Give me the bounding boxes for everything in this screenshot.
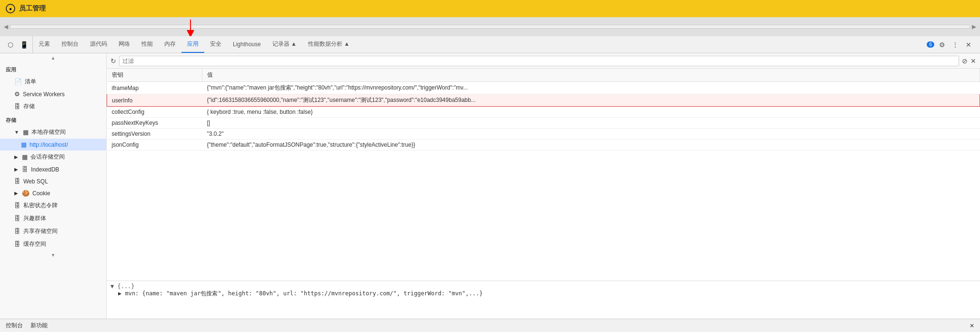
table-row[interactable]: iframeMap{"mvn":{"name":"maven jar包搜索","…	[107, 82, 980, 94]
col-header-value: 值	[202, 69, 980, 82]
table-cell-key: jsonConfig	[107, 140, 202, 151]
tab-elements[interactable]: 元素	[33, 36, 56, 53]
tab-icon-group: ⬡ 📱	[2, 36, 33, 53]
expand-local-storage-icon: ▼	[14, 130, 19, 135]
table-row[interactable]: passNextKeyKeys[]	[107, 118, 980, 129]
table-cell-value: { keybord :true, menu :false, button :fa…	[202, 107, 980, 118]
console-toggle[interactable]: 控制台	[6, 322, 23, 330]
tab-application[interactable]: 应用	[181, 36, 204, 53]
sidebar-item-manifest[interactable]: 📄 清单	[0, 75, 106, 88]
sidebar-storage-section: 存储	[0, 113, 106, 126]
table-cell-key: passNextKeyKeys	[107, 118, 202, 129]
table-cell-value: "3.0.2"	[202, 129, 980, 140]
tab-security[interactable]: 安全	[204, 36, 227, 53]
localhost-icon: ▦	[21, 141, 27, 148]
expand-cookie-icon: ▶	[14, 191, 18, 196]
manifest-icon: 📄	[14, 78, 22, 85]
filter-bar: ↻ ⊘ ✕	[107, 53, 980, 69]
table-row[interactable]: settingsVersion"3.0.2"	[107, 129, 980, 140]
device-icon[interactable]: 📱	[18, 39, 30, 50]
sidebar-item-indexeddb[interactable]: ▶ 🗄 IndexedDB	[0, 163, 106, 175]
more-button[interactable]: ⋮	[950, 39, 961, 50]
bottom-bar: 控制台 新功能 ✕	[0, 319, 980, 332]
refresh-button[interactable]: ↻	[110, 57, 116, 65]
table-cell-value: []	[202, 118, 980, 129]
expand-indexeddb-icon: ▶	[14, 167, 18, 172]
storage-app-icon: 🗄	[14, 103, 20, 110]
indexeddb-icon: 🗄	[22, 166, 28, 173]
table-row[interactable]: jsonConfig{"theme":"default","autoFormat…	[107, 140, 980, 151]
tab-console[interactable]: 控制台	[56, 36, 84, 53]
table-cell-key: userInfo	[107, 94, 202, 107]
col-header-key: 密钥	[107, 69, 202, 82]
main-layout: ▲ 应用 📄 清单 ⚙ Service Workers 🗄 存储 存储 ▼ ▦ …	[0, 53, 980, 319]
detail-panel: ▼ {...} ▶ mvn: {name: "maven jar包搜索", he…	[107, 281, 980, 319]
sidebar-scroll-up[interactable]: ▲	[48, 54, 59, 61]
scroll-right[interactable]: ▶	[972, 23, 976, 30]
sidebar-item-localhost[interactable]: ▦ http://localhost/	[0, 139, 106, 151]
tabs-list: 元素 控制台 源代码 网络 性能 内存 应用 安全 Lighthouse 记录器…	[33, 36, 923, 53]
tab-perf-data[interactable]: 性能数据分析 ▲	[302, 36, 355, 53]
tab-sources[interactable]: 源代码	[84, 36, 113, 53]
arrow-area: ◀ ▶	[0, 17, 980, 36]
close-devtools-button[interactable]: ✕	[963, 39, 974, 50]
filter-input[interactable]	[119, 56, 959, 66]
app-header: ● 员工管理	[0, 0, 980, 17]
close-bottom-bar[interactable]: ✕	[970, 322, 974, 329]
tab-recorder[interactable]: 记录器 ▲	[267, 36, 302, 53]
sidebar-item-session-storage[interactable]: ▶ ▦ 会话存储空间	[0, 151, 106, 163]
sidebar-item-private-token[interactable]: 🗄 私密状态令牌	[0, 199, 106, 212]
inspect-icon[interactable]: ⬡	[5, 39, 16, 50]
settings-button[interactable]: ⚙	[936, 39, 948, 50]
table-cell-key: collectConfig	[107, 107, 202, 118]
sidebar-item-shared-storage[interactable]: 🗄 共享存储空间	[0, 225, 106, 238]
interest-group-icon: 🗄	[14, 215, 20, 222]
sidebar-item-interest-group[interactable]: 🗄 兴趣群体	[0, 212, 106, 225]
sidebar-item-local-storage[interactable]: ▼ ▦ 本地存储空间	[0, 126, 106, 139]
expand-session-icon: ▶	[14, 154, 18, 160]
table-row[interactable]: userInfo{"id":1663158036655960000,"name"…	[107, 94, 980, 107]
devtools-tabs-bar: ⬡ 📱 元素 控制台 源代码 网络 性能 内存 应用 安全 Lighthouse	[0, 36, 980, 53]
shared-storage-icon: 🗄	[14, 228, 20, 235]
session-storage-icon: ▦	[22, 153, 28, 161]
cache-storage-icon: 🗄	[14, 241, 20, 248]
sidebar-item-cookie[interactable]: ▶ 🍪 Cookie	[0, 187, 106, 199]
console-badge: 6	[927, 41, 934, 48]
app-icon: ●	[6, 4, 15, 13]
table-cell-key: settingsVersion	[107, 129, 202, 140]
app-title: 员工管理	[19, 4, 46, 13]
sidebar-item-cache-storage[interactable]: 🗄 缓存空间	[0, 238, 106, 251]
cookie-icon: 🍪	[22, 190, 30, 197]
sidebar-item-storage-app[interactable]: 🗄 存储	[0, 100, 106, 113]
local-storage-icon: ▦	[23, 129, 29, 136]
table-cell-value: {"id":1663158036655960000,"name":"测试123"…	[202, 94, 980, 107]
tab-network[interactable]: 网络	[113, 36, 136, 53]
service-workers-icon: ⚙	[14, 91, 20, 98]
data-table: 密钥 值 iframeMap{"mvn":{"name":"maven jar包…	[107, 69, 980, 281]
scroll-left[interactable]: ◀	[4, 23, 8, 30]
table-cell-key: iframeMap	[107, 82, 202, 94]
sidebar-item-service-workers[interactable]: ⚙ Service Workers	[0, 88, 106, 100]
sidebar: ▲ 应用 📄 清单 ⚙ Service Workers 🗄 存储 存储 ▼ ▦ …	[0, 53, 107, 319]
table-cell-value: {"theme":"default","autoFormatJSONPage":…	[202, 140, 980, 151]
tab-performance[interactable]: 性能	[136, 36, 159, 53]
websql-icon: 🗄	[14, 178, 20, 185]
tab-lighthouse[interactable]: Lighthouse	[227, 36, 267, 53]
table-row[interactable]: collectConfig{ keybord :true, menu :fals…	[107, 107, 980, 118]
tab-memory[interactable]: 内存	[159, 36, 181, 53]
content-area: ↻ ⊘ ✕ 密钥 值 iframeMap{"mvn":{"name":"mave…	[107, 53, 980, 319]
sidebar-item-websql[interactable]: 🗄 Web SQL	[0, 175, 106, 187]
sidebar-scroll-down[interactable]: ▼	[48, 252, 59, 259]
tab-actions: 6 ⚙ ⋮ ✕	[923, 36, 978, 53]
private-token-icon: 🗄	[14, 202, 20, 209]
detail-sub-item[interactable]: ▶ mvn: {name: "maven jar包搜索", height: "8…	[110, 290, 976, 298]
filter-clear-button[interactable]: ⊘	[962, 57, 968, 65]
filter-close-button[interactable]: ✕	[970, 57, 976, 65]
detail-expand-toggle[interactable]: ▼ {...}	[110, 283, 135, 290]
table-cell-value: {"mvn":{"name":"maven jar包搜索","height":"…	[202, 82, 980, 94]
sidebar-app-section: 应用	[0, 62, 106, 75]
new-feature-toggle[interactable]: 新功能	[30, 322, 48, 330]
